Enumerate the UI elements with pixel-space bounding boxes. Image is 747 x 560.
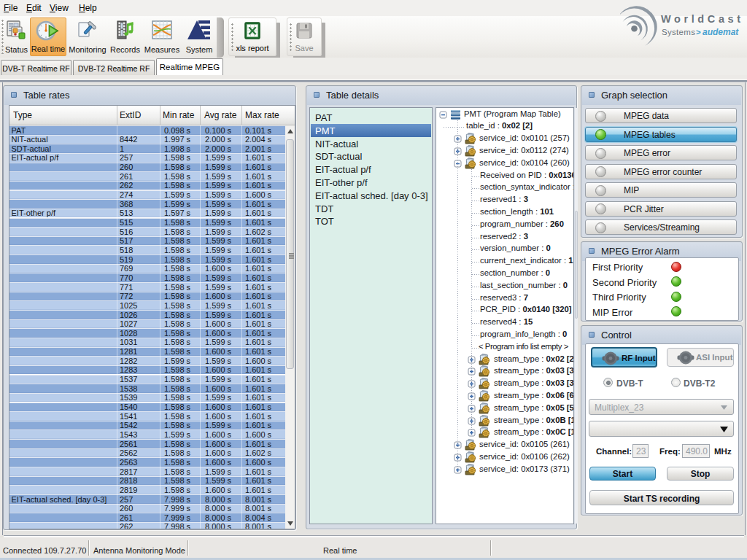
svg-text:audemat: audemat bbox=[703, 27, 739, 37]
svg-text:WorldCast: WorldCast bbox=[661, 13, 744, 25]
svg-text:>: > bbox=[696, 28, 701, 36]
svg-text:Systems: Systems bbox=[662, 28, 695, 36]
